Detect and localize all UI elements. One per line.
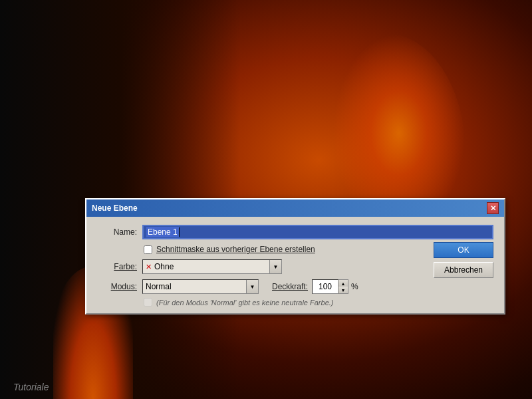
neue-ebene-dialog: Neue Ebene ✕ OK Abbrechen Name: Ebene 1 … xyxy=(85,198,505,315)
info-text: (Für den Modus 'Normal' gibt es keine ne… xyxy=(156,299,334,307)
deckkraft-input[interactable] xyxy=(312,279,338,294)
cancel-button[interactable]: Abbrechen xyxy=(434,262,493,278)
modus-dropdown-arrow-icon[interactable]: ▼ xyxy=(246,280,258,293)
dialog-action-buttons: OK Abbrechen xyxy=(434,242,493,278)
dialog-content: OK Abbrechen Name: Ebene 1 Schnittmaske … xyxy=(86,217,504,313)
modus-label: Modus: xyxy=(97,282,137,291)
farbe-dropdown-arrow-icon[interactable]: ▼ xyxy=(269,260,281,273)
deckkraft-spinner: ▲ ▼ xyxy=(338,279,348,294)
name-input-wrapper: Ebene 1 xyxy=(142,225,493,239)
schnittmaske-checkbox[interactable] xyxy=(144,245,152,254)
bottom-watermark: Tutoriale xyxy=(13,382,49,392)
deckkraft-label: Deckkraft: xyxy=(272,282,308,291)
info-checkbox-disabled xyxy=(144,298,152,307)
modus-dropdown[interactable]: Normal ▼ xyxy=(142,279,259,294)
info-row: (Für den Modus 'Normal' gibt es keine ne… xyxy=(144,298,493,307)
name-row: Name: Ebene 1 xyxy=(97,225,493,239)
dialog-close-button[interactable]: ✕ xyxy=(487,202,499,214)
name-input-field[interactable]: Ebene 1 xyxy=(142,225,493,239)
deckkraft-input-wrapper: ▲ ▼ % xyxy=(312,279,358,294)
farbe-dropdown[interactable]: ✕ Ohne ▼ xyxy=(142,259,282,274)
deckkraft-section: Deckkraft: ▲ ▼ % xyxy=(272,279,358,294)
deckkraft-up-button[interactable]: ▲ xyxy=(338,280,348,287)
farbe-x-icon: ✕ xyxy=(146,263,152,271)
schnittmaske-label: Schnittmaske aus vorheriger Ebene erstel… xyxy=(156,245,315,254)
farbe-value: Ohne xyxy=(154,262,279,271)
name-label: Name: xyxy=(97,227,137,237)
deckkraft-down-button[interactable]: ▼ xyxy=(338,287,348,293)
text-cursor xyxy=(179,227,180,237)
dialog-title: Neue Ebene xyxy=(92,203,138,213)
farbe-label: Farbe: xyxy=(97,262,137,271)
dialog-titlebar: Neue Ebene ✕ xyxy=(86,200,504,217)
name-input-value: Ebene 1 xyxy=(146,227,179,237)
deckkraft-percent-label: % xyxy=(351,282,358,291)
ok-button[interactable]: OK xyxy=(434,242,493,258)
modus-row: Modus: Normal ▼ Deckkraft: ▲ ▼ % xyxy=(97,279,493,294)
modus-value: Normal xyxy=(146,282,255,291)
